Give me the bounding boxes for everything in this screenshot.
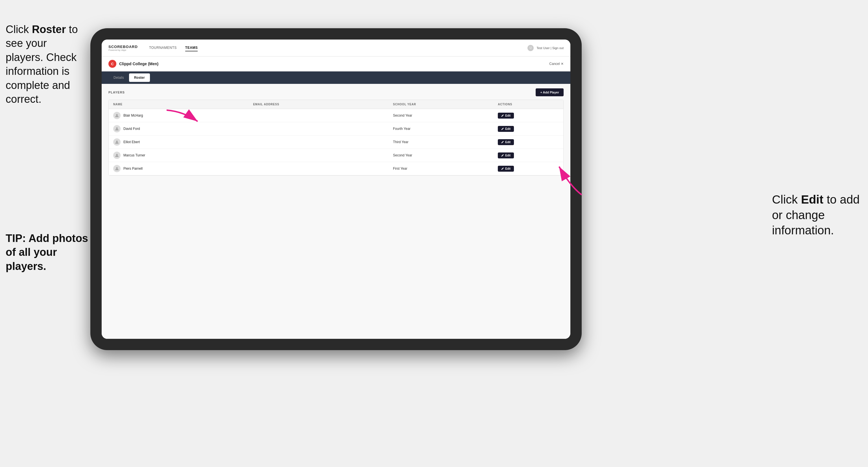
col-header-actions: ACTIONS (493, 100, 563, 109)
logo-sub: Powered by clippi (108, 49, 138, 52)
player-name-cell: David Ford (109, 122, 248, 135)
players-header: PLAYERS + Add Player (108, 88, 564, 96)
tab-roster[interactable]: Roster (129, 73, 150, 82)
player-year: Third Year (389, 137, 494, 147)
player-email (248, 126, 388, 131)
player-email (248, 166, 388, 172)
player-name: Piers Parnell (123, 166, 143, 170)
actions-cell: Edit (493, 163, 563, 174)
tablet-screen: SCOREBOARD Powered by clippi TOURNAMENTS… (102, 39, 570, 339)
player-year: Second Year (389, 111, 494, 120)
player-email (248, 139, 388, 145)
table-header: NAME EMAIL ADDRESS SCHOOL YEAR ACTIONS (109, 100, 563, 109)
tip-text: TIP: Add photos of all your players. (6, 231, 90, 273)
player-avatar (113, 125, 121, 132)
team-header: C Clippd College (Men) Cancel ✕ (102, 57, 570, 71)
col-header-name: NAME (109, 100, 248, 109)
player-avatar (113, 152, 121, 159)
col-header-email: EMAIL ADDRESS (248, 100, 388, 109)
content-area: PLAYERS + Add Player NAME EMAIL ADDRESS … (102, 84, 570, 339)
team-name: Clippd College (Men) (119, 62, 549, 66)
player-avatar (113, 138, 121, 146)
nav-links: TOURNAMENTS TEAMS (149, 44, 527, 52)
table-row: Piers Parnell First Year Edit (109, 162, 563, 175)
actions-cell: Edit (493, 150, 563, 161)
edit-button-3[interactable]: Edit (498, 153, 514, 158)
players-label: PLAYERS (108, 91, 536, 94)
nav-teams[interactable]: TEAMS (185, 44, 198, 52)
player-name-cell: Piers Parnell (109, 162, 248, 175)
player-name-cell: Marcus Turner (109, 149, 248, 162)
logo-area: SCOREBOARD Powered by clippi (108, 44, 138, 52)
edit-button-0[interactable]: Edit (498, 113, 514, 119)
add-player-button[interactable]: + Add Player (536, 88, 564, 96)
table-row: Blair McHarg Second Year Edit (109, 109, 563, 122)
players-section: PLAYERS + Add Player NAME EMAIL ADDRESS … (102, 84, 570, 180)
player-year: Fourth Year (389, 124, 494, 133)
col-header-year: SCHOOL YEAR (389, 100, 494, 109)
player-year: First Year (389, 164, 494, 174)
player-name: Blair McHarg (123, 114, 143, 118)
edit-button-2[interactable]: Edit (498, 139, 514, 145)
player-name: David Ford (123, 127, 140, 131)
actions-cell: Edit (493, 111, 563, 121)
navbar: SCOREBOARD Powered by clippi TOURNAMENTS… (102, 39, 570, 57)
nav-right: U Test User | Sign out (527, 45, 564, 51)
user-avatar-icon: U (527, 45, 534, 51)
actions-cell: Edit (493, 137, 563, 147)
player-name: Marcus Turner (123, 153, 145, 157)
right-instructions: Click Edit to add or change information. (772, 192, 862, 238)
edit-button-1[interactable]: Edit (498, 126, 514, 132)
edit-button-4[interactable]: Edit (498, 166, 514, 172)
logo-text: SCOREBOARD (108, 44, 138, 49)
players-table: NAME EMAIL ADDRESS SCHOOL YEAR ACTIONS B… (108, 100, 564, 176)
player-name-cell: Elliot Ebert (109, 135, 248, 149)
table-row: Elliot Ebert Third Year Edit (109, 135, 563, 149)
table-row: Marcus Turner Second Year Edit (109, 149, 563, 162)
player-email (248, 153, 388, 158)
left-instructions: Click Roster to see your players. Check … (6, 23, 85, 106)
user-info: Test User | Sign out (536, 46, 564, 50)
table-row: David Ford Fourth Year Edit (109, 122, 563, 135)
player-avatar (113, 112, 121, 119)
player-email (248, 113, 388, 118)
tablet-device: SCOREBOARD Powered by clippi TOURNAMENTS… (90, 28, 582, 350)
tab-details[interactable]: Details (108, 73, 129, 82)
player-name-cell: Blair McHarg (109, 109, 248, 122)
nav-tournaments[interactable]: TOURNAMENTS (149, 44, 177, 52)
team-logo: C (108, 60, 116, 68)
player-avatar (113, 165, 121, 172)
player-name: Elliot Ebert (123, 140, 140, 144)
player-year: Second Year (389, 151, 494, 160)
cancel-button[interactable]: Cancel ✕ (549, 62, 564, 66)
actions-cell: Edit (493, 124, 563, 134)
tabs-bar: Details Roster (102, 71, 570, 84)
